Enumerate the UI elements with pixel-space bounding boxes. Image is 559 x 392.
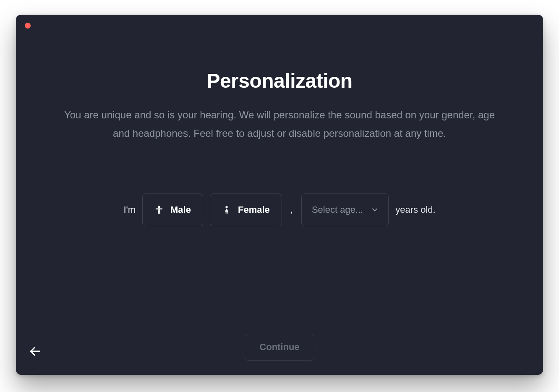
chevron-down-icon xyxy=(371,206,379,214)
svg-point-5 xyxy=(225,206,227,208)
age-select-placeholder: Select age... xyxy=(312,204,363,215)
window-controls xyxy=(25,23,31,29)
svg-point-0 xyxy=(158,206,160,208)
gender-female-label: Female xyxy=(238,204,270,215)
app-window: Personalization You are unique and so is… xyxy=(16,15,543,375)
arrow-left-icon xyxy=(29,345,42,358)
svg-rect-7 xyxy=(227,211,227,214)
continue-button[interactable]: Continue xyxy=(245,334,314,361)
back-button[interactable] xyxy=(29,345,42,358)
gender-male-label: Male xyxy=(170,204,191,215)
age-select[interactable]: Select age... xyxy=(301,193,389,226)
main-content: Personalization You are unique and so is… xyxy=(16,15,543,226)
footer: Continue xyxy=(16,334,543,361)
female-icon xyxy=(222,205,231,215)
form-separator: , xyxy=(289,204,295,215)
form-prefix: I'm xyxy=(123,204,136,215)
personalization-form: I'm Male xyxy=(123,193,435,226)
form-suffix: years old. xyxy=(395,204,435,215)
svg-rect-6 xyxy=(226,211,227,214)
page-subtitle: You are unique and so is your hearing. W… xyxy=(55,106,504,143)
gender-male-button[interactable]: Male xyxy=(142,193,203,226)
svg-rect-4 xyxy=(159,211,160,214)
close-window-button[interactable] xyxy=(25,23,31,29)
gender-female-button[interactable]: Female xyxy=(210,193,282,226)
svg-rect-3 xyxy=(158,211,159,214)
male-icon xyxy=(154,205,164,215)
page-title: Personalization xyxy=(206,69,352,92)
